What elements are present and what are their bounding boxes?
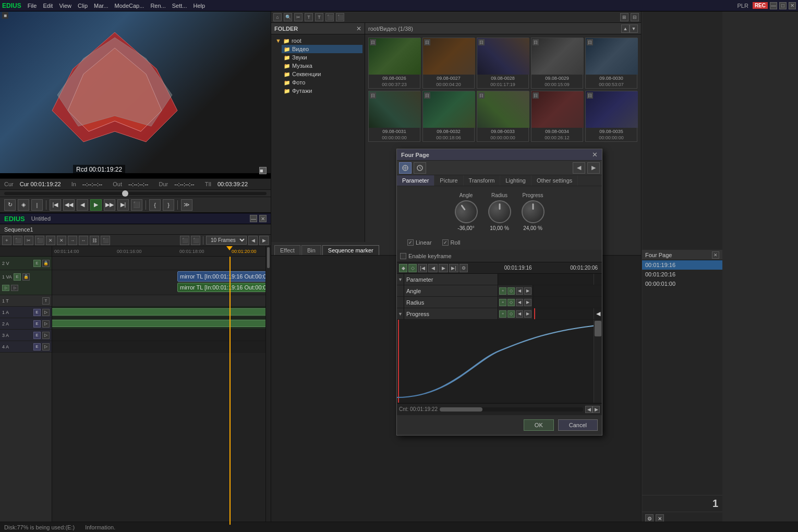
menu-view[interactable]: View: [59, 3, 71, 9]
split-btn[interactable]: |: [31, 199, 43, 211]
menu-clip[interactable]: Clip: [78, 3, 88, 9]
frames-select[interactable]: 10 Frames: [206, 236, 247, 245]
kf-next-btn[interactable]: ▶|: [449, 264, 458, 272]
folder-video[interactable]: 📁 Видео: [282, 45, 362, 53]
dialog-scroll-left[interactable]: ◀: [585, 406, 593, 413]
browser-zoom-btn[interactable]: 🔍: [284, 13, 292, 21]
kf-add-btn[interactable]: ◆: [399, 264, 407, 272]
kf-expand-progress[interactable]: ▼: [397, 308, 404, 319]
tab-bin[interactable]: Bin: [301, 245, 321, 255]
track-2v-expand[interactable]: E: [33, 260, 41, 267]
track-3a-vol[interactable]: ▷: [42, 332, 50, 339]
preview-stop-btn[interactable]: ■: [259, 167, 267, 174]
seq-btn-1[interactable]: +: [2, 236, 11, 245]
kf-progress-next[interactable]: ▶: [524, 310, 531, 318]
info-panel-close[interactable]: ✕: [712, 251, 719, 259]
menu-ren[interactable]: Ren...: [150, 3, 165, 9]
edius-close[interactable]: ✕: [259, 215, 267, 222]
dialog-paint-btn[interactable]: [399, 162, 412, 174]
kf-radius-next[interactable]: ▶: [524, 299, 531, 306]
kf-diamond-btn[interactable]: ◇: [408, 264, 417, 272]
asset-0830[interactable]: 日 09.08-0030 00:00:53:07: [585, 38, 637, 89]
info-item-1[interactable]: 00:01:20:16: [642, 270, 722, 279]
track-1a-vol[interactable]: ▷: [42, 309, 50, 316]
asset-0835[interactable]: 日 09.08-0035 00:00:00:00: [585, 91, 637, 142]
seq-btn-10[interactable]: ⬛: [101, 236, 110, 245]
folder-seq[interactable]: 📁 Секвенции: [282, 70, 362, 78]
asset-0826[interactable]: 日 09.08-0026 00:00:37:23: [368, 38, 420, 89]
track-1va-audio-lock[interactable]: ▷: [11, 285, 18, 291]
kf-angle-prev[interactable]: ◀: [516, 287, 523, 295]
kf-prev-btn[interactable]: |◀: [418, 264, 427, 272]
track-2v-lock[interactable]: 🔒: [42, 260, 50, 267]
seq-btn-9[interactable]: ⛓: [90, 236, 99, 245]
seq-btn-left[interactable]: ◀: [248, 236, 258, 245]
kf-curve-scroll-handle[interactable]: [595, 321, 601, 336]
dialog-cancel-btn[interactable]: Cancel: [558, 419, 598, 431]
asset-0832[interactable]: 日 09.08-0032 00:00:18:06: [422, 91, 475, 142]
track-3a-expand[interactable]: E: [33, 332, 41, 339]
info-item-2[interactable]: 00:00:01:00: [642, 279, 722, 288]
tab-sequence-marker[interactable]: Sequence marker: [322, 245, 379, 255]
folder-photo[interactable]: 📁 Фото: [282, 78, 362, 87]
prev-frame-btn[interactable]: ◀◀: [63, 199, 75, 211]
folder-footage[interactable]: 📁 Футажи: [282, 87, 362, 95]
browser-btn9[interactable]: ⊟: [631, 13, 639, 21]
kf-angle-next[interactable]: ▶: [524, 287, 531, 295]
go-start-btn[interactable]: |◀: [50, 199, 61, 211]
kf-progress-prev[interactable]: ◀: [516, 310, 523, 318]
track-1t-btn[interactable]: T: [42, 297, 50, 305]
asset-0828[interactable]: 日 09.08-0028 00:01:17:19: [477, 38, 529, 89]
seq-btn-6[interactable]: ✕: [57, 236, 66, 245]
seq-btn-4[interactable]: ⬛: [35, 236, 44, 245]
dialog-tab-transform[interactable]: Transform: [464, 175, 501, 186]
kf-settings-btn[interactable]: ⚙: [460, 264, 468, 272]
folder-music[interactable]: 📁 Музыка: [282, 62, 362, 70]
seq-btn-7[interactable]: →: [68, 236, 77, 245]
more-btn[interactable]: ≫: [181, 199, 192, 211]
seq-btn-5[interactable]: ✕: [46, 236, 55, 245]
kf-expand-param[interactable]: ▼: [397, 274, 404, 285]
dialog-close-btn[interactable]: ✕: [592, 151, 598, 159]
track-4a-expand[interactable]: E: [33, 343, 41, 350]
menu-file[interactable]: File: [28, 3, 37, 9]
browser-btn5[interactable]: T: [315, 13, 323, 21]
dialog-prev-btn[interactable]: ◀: [573, 162, 585, 174]
loop-btn[interactable]: ↻: [4, 199, 16, 211]
next-btn[interactable]: ▶▶: [104, 199, 115, 211]
dialog-tab-other[interactable]: Other settings: [531, 175, 578, 186]
seq-btn-11[interactable]: ⬛: [180, 236, 189, 245]
browser-btn8[interactable]: ⊞: [620, 13, 628, 21]
dialog-tab-parameter[interactable]: Parameter: [397, 175, 434, 186]
track-scrollbar-handle[interactable]: [267, 247, 270, 268]
dialog-next-btn[interactable]: ▶: [587, 162, 600, 174]
browser-btn4[interactable]: T: [305, 13, 313, 21]
out-btn[interactable]: }: [163, 199, 174, 211]
asset-0834[interactable]: 日 09.08-0034 00:00:26:12: [531, 91, 583, 142]
track-1a-expand[interactable]: E: [33, 309, 41, 316]
kf-radius-prev[interactable]: ◀: [516, 299, 523, 306]
browser-btn6[interactable]: ⬛: [325, 13, 334, 21]
asset-0833[interactable]: 日 09.08-0033 00:00:00:00: [477, 91, 529, 142]
asset-grid-scroll-up[interactable]: ▲: [621, 25, 630, 33]
knob-progress-control[interactable]: [522, 200, 545, 223]
browser-btn7[interactable]: ⬛: [336, 13, 344, 21]
track-2a-expand[interactable]: E: [33, 320, 41, 328]
kf-radius-add[interactable]: +: [499, 299, 506, 306]
kf-angle-diamond[interactable]: ◇: [507, 287, 515, 295]
folder-audio[interactable]: 📁 Звуки: [282, 53, 362, 62]
folder-close-btn[interactable]: ✕: [356, 25, 361, 32]
marker-btn[interactable]: ◈: [18, 199, 29, 211]
folder-root[interactable]: ▼ 📁 root: [273, 37, 362, 45]
kf-progress-diamond[interactable]: ◇: [507, 310, 515, 318]
asset-0829[interactable]: 日 09.08-0029 00:00:15:09: [531, 38, 583, 89]
roll-checkbox[interactable]: ✓ Roll: [442, 239, 461, 246]
knob-radius-control[interactable]: [488, 200, 511, 223]
scrubber-handle[interactable]: [122, 190, 128, 197]
browser-home-btn[interactable]: ⌂: [273, 13, 282, 21]
prev-btn[interactable]: ◀: [77, 199, 88, 211]
kf-radius-diamond[interactable]: ◇: [507, 299, 515, 306]
menu-help[interactable]: Help: [194, 3, 205, 9]
menu-edit[interactable]: Edit: [43, 3, 53, 9]
kf-angle-add[interactable]: +: [499, 287, 506, 295]
